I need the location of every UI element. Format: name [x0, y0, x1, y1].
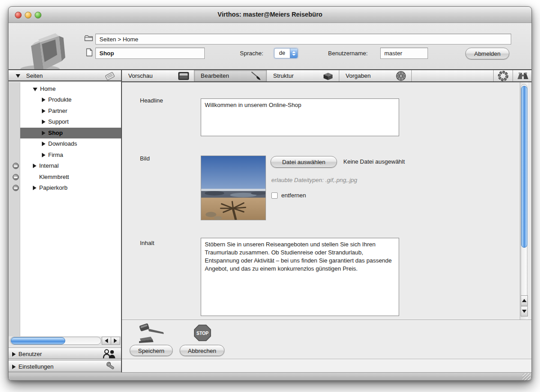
sidebar-section-einstellungen[interactable]: Einstellungen — [9, 360, 121, 372]
app-window: Virthos: master@Meiers Reisebüro Sprache… — [8, 6, 532, 381]
sidebar-header[interactable]: Seiten — [9, 70, 121, 81]
stepper-arrows-icon[interactable] — [290, 49, 297, 58]
logout-button[interactable]: Abmelden — [465, 48, 509, 59]
tree-item-internal[interactable]: Internal — [20, 160, 121, 171]
tabbar-filler — [412, 70, 494, 81]
language-label: Sprache: — [240, 50, 263, 57]
disclosure-triangle-icon[interactable] — [33, 88, 37, 91]
svg-text:STOP: STOP — [196, 331, 208, 336]
disclosure-triangle-icon[interactable] — [33, 186, 36, 190]
wrench-icon — [104, 361, 117, 371]
beach-image — [201, 156, 266, 220]
inhalt-label: Inhalt — [140, 240, 154, 246]
disclosure-triangle-icon[interactable] — [42, 131, 45, 135]
save-button[interactable]: Speichern — [130, 345, 173, 356]
vscrollbar-thumb[interactable] — [521, 86, 527, 248]
header-band: Sprache: de Benutzername: Abmelden — [9, 23, 531, 69]
remove-checkbox-label: entfernen — [281, 192, 306, 199]
sawblade-icon — [395, 71, 407, 81]
tire-gear-icon — [497, 71, 509, 81]
disclosure-triangle-icon[interactable] — [42, 153, 45, 157]
headline-label: Headline — [140, 97, 163, 104]
users-icon — [101, 349, 117, 359]
sidebar-header-label: Seiten — [26, 72, 43, 79]
restricted-badge-icon — [13, 174, 19, 180]
restricted-badge-icon — [13, 185, 19, 191]
file-types-hint: erlaubte Dateitypen: .gif,.png,.jpg — [271, 177, 357, 183]
window-title: Virthos: master@Meiers Reisebüro — [9, 11, 531, 18]
edit-form: Headline Willkommen in unserem Online-Sh… — [122, 82, 532, 320]
tab-bearbeiten[interactable]: Bearbeiten — [194, 70, 267, 81]
stop-sign-icon: STOP — [193, 324, 212, 342]
search-tool-button[interactable] — [513, 70, 532, 81]
gavel-icon — [135, 321, 171, 345]
blocks-icon — [322, 71, 334, 81]
folder-icon — [84, 35, 93, 42]
disclosure-triangle-icon[interactable] — [42, 120, 45, 124]
headline-textarea[interactable]: Willkommen in unserem Online-Shop — [201, 98, 399, 136]
username-label: Benutzername: — [328, 50, 368, 57]
disclosure-triangle-icon[interactable] — [16, 74, 20, 78]
page-name-input[interactable] — [95, 48, 205, 59]
disclosure-triangle-icon[interactable] — [42, 142, 45, 146]
disclosure-triangle-icon[interactable] — [42, 109, 45, 113]
disclosure-triangle-icon[interactable] — [33, 164, 36, 168]
cancel-button[interactable]: Abbrechen — [180, 345, 225, 356]
monitor-icon — [178, 71, 189, 80]
file-status-text: Keine Datei ausgewählt — [343, 158, 405, 165]
breadcrumb[interactable] — [95, 34, 511, 45]
page-tree: Home Produkte Partner Support Shop Downl… — [9, 82, 121, 336]
history-tool-button[interactable] — [494, 70, 513, 81]
tree-item-shop[interactable]: Shop — [20, 128, 121, 138]
sidebar-section-benutzer[interactable]: Benutzer — [9, 347, 121, 359]
remove-checkbox[interactable] — [271, 192, 278, 199]
tree-item-papierkorb[interactable]: Papierkorb — [20, 183, 121, 193]
brush-icon — [250, 71, 262, 81]
disclosure-triangle-icon[interactable] — [12, 365, 16, 369]
status-strip — [122, 359, 532, 372]
tree-item-downloads[interactable]: Downloads — [20, 138, 121, 149]
sidebar-hscrollbar-thumb[interactable] — [11, 337, 65, 344]
inhalt-textarea[interactable]: Stöbern Sie in unseren Reiseangeboten un… — [201, 238, 399, 316]
scroll-up-button[interactable] — [521, 295, 528, 306]
scroll-right-button[interactable] — [111, 337, 120, 345]
tab-struktur[interactable]: Struktur — [267, 70, 339, 81]
language-select[interactable]: de — [274, 48, 298, 58]
tree-item-firma[interactable]: Firma — [20, 150, 121, 160]
content-vscrollbar[interactable] — [520, 82, 528, 320]
tab-vorgaben[interactable]: Vorgaben — [339, 70, 412, 81]
tree-item-support[interactable]: Support — [20, 116, 121, 127]
tree-item-produkte[interactable]: Produkte — [20, 94, 121, 105]
notepad-icon[interactable] — [104, 71, 116, 80]
bild-label: Bild — [140, 155, 150, 162]
page-icon — [86, 48, 93, 57]
restricted-badge-icon — [13, 163, 19, 169]
tree-gutter — [9, 82, 20, 336]
virthos-logo — [14, 26, 75, 75]
scroll-left-button[interactable] — [102, 337, 111, 345]
disclosure-triangle-icon[interactable] — [42, 98, 45, 102]
language-value: de — [274, 49, 290, 58]
file-select-button[interactable]: Datei auswählen — [270, 156, 337, 168]
tree-item-klemmbrett[interactable]: Klemmbrett — [20, 172, 121, 183]
binoculars-icon — [516, 71, 530, 81]
username-input[interactable] — [380, 48, 428, 59]
disclosure-triangle-icon[interactable] — [12, 352, 16, 356]
resize-handle[interactable] — [522, 373, 531, 381]
tab-bar: Vorschau Bearbeiten Struktur — [122, 70, 532, 82]
tree-item-home[interactable]: Home — [20, 84, 121, 94]
scroll-down-button[interactable] — [521, 306, 528, 316]
action-area: STOP Speichern Abbrechen — [122, 320, 532, 359]
tab-vorschau[interactable]: Vorschau — [122, 70, 194, 81]
title-bar[interactable]: Virthos: master@Meiers Reisebüro — [9, 7, 531, 23]
tree-item-partner[interactable]: Partner — [20, 106, 121, 116]
footer-bar — [9, 372, 531, 381]
